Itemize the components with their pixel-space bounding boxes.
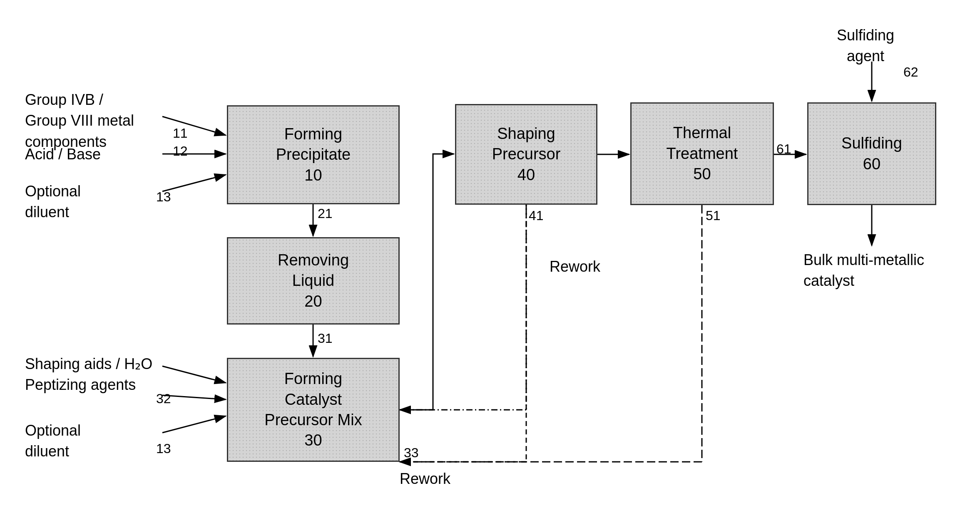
- number-51: 51: [706, 208, 721, 223]
- number-31: 31: [318, 331, 333, 346]
- svg-line-4: [162, 175, 226, 191]
- forming-catalyst-box: FormingCatalystPrecursor Mix30: [227, 358, 400, 462]
- shaping-precursor-box: ShapingPrecursor40: [455, 104, 597, 205]
- diagram: FormingPrecipitate10 RemovingLiquid20 Fo…: [0, 0, 980, 518]
- sulfiding-label: Sulfiding60: [841, 133, 902, 174]
- number-12: 12: [173, 144, 188, 159]
- optional-diluent-bottom-label: Optionaldiluent: [25, 420, 81, 462]
- shaping-aids-label: Shaping aids / H₂OPeptizing agents: [25, 354, 152, 396]
- number-13-top: 13: [156, 189, 171, 205]
- number-41: 41: [529, 208, 544, 223]
- rework-bottom-label: Rework: [400, 470, 450, 488]
- forming-catalyst-label: FormingCatalystPrecursor Mix30: [264, 369, 362, 451]
- sulfiding-box: Sulfiding60: [807, 102, 936, 205]
- number-11: 11: [173, 126, 188, 141]
- thermal-treatment-label: ThermalTreatment50: [667, 123, 738, 184]
- forming-precipitate-box: FormingPrecipitate10: [227, 105, 400, 204]
- number-61: 61: [776, 141, 791, 157]
- number-21: 21: [318, 206, 333, 221]
- svg-line-7: [162, 366, 226, 383]
- svg-line-2: [162, 116, 226, 135]
- number-33: 33: [404, 445, 419, 461]
- group-ivb-label: Group IVB /Group VIII metalcomponents: [25, 89, 134, 152]
- removing-liquid-label: RemovingLiquid20: [278, 250, 349, 312]
- acid-base-label: Acid / Base: [25, 146, 101, 163]
- rework-top-label: Rework: [550, 258, 600, 275]
- sulfiding-agent-label: Sulfidingagent: [837, 25, 894, 67]
- svg-line-9: [162, 416, 226, 433]
- thermal-treatment-box: ThermalTreatment50: [630, 102, 774, 205]
- removing-liquid-box: RemovingLiquid20: [227, 237, 400, 325]
- forming-precipitate-label: FormingPrecipitate10: [276, 124, 351, 186]
- bulk-catalyst-label: Bulk multi-metalliccatalyst: [803, 250, 924, 292]
- shaping-precursor-label: ShapingPrecursor40: [492, 124, 561, 185]
- optional-diluent-top-label: Optionaldiluent: [25, 181, 81, 223]
- number-32: 32: [156, 391, 171, 406]
- svg-line-8: [162, 395, 226, 399]
- number-62: 62: [903, 64, 918, 80]
- number-13-bottom: 13: [156, 441, 171, 456]
